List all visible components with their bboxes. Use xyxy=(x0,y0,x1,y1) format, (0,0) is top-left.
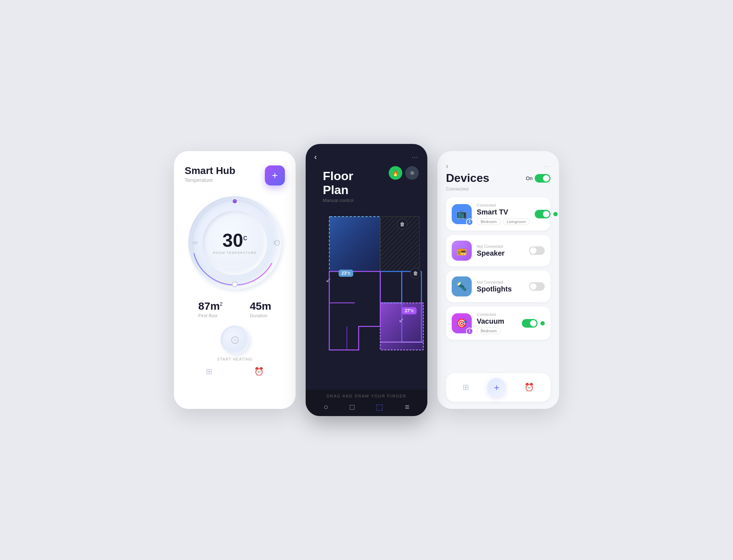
screen-smart-hub: Smart Hub Temperature + xyxy=(174,151,296,409)
floor-plan-title: Floor Plan xyxy=(323,169,380,197)
smarttv-toggle[interactable] xyxy=(535,210,550,218)
trash-button-1[interactable]: 🗑 xyxy=(397,219,408,230)
floor-plan-area[interactable]: 🗑 🗑 23°c ↙ 27°c ↙ xyxy=(306,209,427,373)
smarttv-name: Smart TV xyxy=(477,208,530,216)
device-card-vacuum[interactable]: 🎯 1 Connected Vacuum Bedroom xyxy=(446,306,550,340)
stats-row: 87m2 First floor 45m Duration xyxy=(185,300,285,318)
device-icon-speaker: 📻 xyxy=(452,241,472,261)
vacuum-connected-dot xyxy=(540,321,545,325)
nav-home-icon[interactable]: ⊞ xyxy=(206,367,212,376)
area-value: 87m2 xyxy=(198,300,223,312)
floor-plan-title-block: Floor Plan Manual control xyxy=(314,165,389,203)
device-icon-smarttv: 📺 2 xyxy=(452,204,472,224)
lines-icon[interactable]: ≡ xyxy=(405,402,409,412)
spotlights-toggle-wrap xyxy=(529,282,545,291)
expand-arrow-1: ↙ xyxy=(326,276,331,284)
snow-icon: ❄ xyxy=(410,170,414,177)
tag-bedroom: Bedroom xyxy=(477,218,501,225)
duration-value: 45m xyxy=(250,300,271,312)
on-label: On xyxy=(526,175,533,181)
device-card-speaker[interactable]: 📻 Not Connected Speaker xyxy=(446,235,550,266)
s3-nav-add-button[interactable]: + xyxy=(487,378,506,397)
screen3-header: ‹ ⋯ xyxy=(446,162,550,170)
screen3-bottom-nav: ⊞ + ⏰ xyxy=(446,373,550,402)
device-card-smarttv[interactable]: 📺 2 Connected Smart TV Bedroom Livingroo… xyxy=(446,197,550,231)
vacuum-tags: Bedroom xyxy=(477,328,517,334)
screens-container: Smart Hub Temperature + xyxy=(174,144,559,416)
temp-label-1: 23°c xyxy=(339,270,353,277)
svg-rect-11 xyxy=(380,271,402,303)
menu-dots[interactable]: ⋯ xyxy=(412,153,419,161)
menu-dots-3[interactable]: ⋯ xyxy=(543,162,550,170)
vacuum-toggle-wrap xyxy=(522,319,545,328)
devices-title-row: Devices On xyxy=(446,172,550,185)
thermostat-outer: 10° 20° 30° 30c ROOM TEMPERATURE xyxy=(188,196,281,289)
screen2-header: ‹ ⋯ xyxy=(306,144,427,162)
selection-icon[interactable]: ⬚ xyxy=(376,402,383,412)
speaker-toggle-wrap xyxy=(529,246,545,255)
temp-label: ROOM TEMPERATURE xyxy=(213,251,257,255)
duration-stat: 45m Duration xyxy=(250,300,271,318)
spotlights-status: Not Connected xyxy=(477,280,524,284)
devices-title: Devices xyxy=(446,172,489,185)
floor-plan-svg xyxy=(306,209,427,373)
speaker-icon: 📻 xyxy=(456,246,467,256)
screen-devices: ‹ ⋯ Devices On Connected 📺 2 Connecte xyxy=(437,151,559,409)
screen1-header: Smart Hub Temperature + xyxy=(185,165,285,185)
back-button[interactable]: ‹ xyxy=(314,153,317,162)
s3-nav-home[interactable]: ⊞ xyxy=(462,383,469,392)
add-button[interactable]: + xyxy=(265,165,285,185)
vacuum-icon: 🎯 xyxy=(456,318,467,328)
fire-icon: 🔥 xyxy=(392,170,399,177)
page-subtitle: Temperature xyxy=(185,177,236,183)
title-block: Smart Hub Temperature xyxy=(185,165,236,183)
speaker-toggle[interactable] xyxy=(529,246,545,255)
fingerprint-icon: ⊙ xyxy=(230,333,240,347)
s3-nav-clock[interactable]: ⏰ xyxy=(524,383,534,392)
toolbar-label: DRAG AND DRAW YOUR FINGER xyxy=(306,394,427,398)
nav-clock-icon[interactable]: ⏰ xyxy=(254,367,264,376)
back-button-3[interactable]: ‹ xyxy=(446,162,448,170)
spotlights-info: Not Connected Spotlights xyxy=(477,280,524,293)
tick-30: 30° xyxy=(273,241,279,245)
area-desc: First floor xyxy=(198,313,223,318)
thermostat-wrap: 10° 20° 30° 30c ROOM TEMPERATURE xyxy=(188,196,281,289)
smarttv-connected-dot xyxy=(553,212,558,216)
power-toggle[interactable] xyxy=(535,174,550,183)
device-icon-vacuum: 🎯 1 xyxy=(452,313,472,333)
circle-icon[interactable]: ○ xyxy=(324,402,328,412)
start-label: START HEATING xyxy=(217,357,253,361)
spotlights-toggle[interactable] xyxy=(529,282,545,291)
tick-20: 20° xyxy=(232,199,238,203)
floor-plan-subtitle: Manual control xyxy=(323,198,380,203)
vacuum-toggle[interactable] xyxy=(522,319,538,328)
duration-desc: Duration xyxy=(250,313,271,318)
tag-livingroom: Livingroom xyxy=(503,218,530,225)
thermostat-inner: 30c ROOM TEMPERATURE xyxy=(203,211,267,275)
area-stat: 87m2 First floor xyxy=(198,300,223,318)
expand-arrow-2: ↙ xyxy=(399,316,404,324)
speaker-info: Not Connected Speaker xyxy=(477,244,524,257)
fire-mode-button[interactable]: 🔥 xyxy=(389,166,402,180)
screen-floor-plan: ‹ ⋯ Floor Plan Manual control 🔥 ❄ xyxy=(306,144,427,416)
smarttv-toggle-wrap xyxy=(535,210,558,218)
tick-10: 10° xyxy=(193,241,199,245)
square-icon[interactable]: □ xyxy=(350,402,354,412)
spotlights-name: Spotlights xyxy=(477,285,524,293)
trash-button-2[interactable]: 🗑 xyxy=(410,268,421,279)
svg-point-4 xyxy=(232,282,237,287)
tv-icon: 📺 xyxy=(456,209,467,219)
spotlight-icon: 🔦 xyxy=(456,281,467,291)
vacuum-name: Vacuum xyxy=(477,317,517,325)
temperature-value: 30c xyxy=(223,231,247,250)
tag-vacuum-bedroom: Bedroom xyxy=(477,328,501,334)
vacuum-badge: 1 xyxy=(466,328,473,335)
snow-mode-button[interactable]: ❄ xyxy=(405,166,419,180)
fingerprint-button[interactable]: ⊙ xyxy=(220,325,249,354)
connected-label: Connected xyxy=(446,186,550,192)
smarttv-tags: Bedroom Livingroom xyxy=(477,218,530,225)
svg-rect-6 xyxy=(329,217,380,271)
smarttv-info: Connected Smart TV Bedroom Livingroom xyxy=(477,203,530,225)
power-toggle-row: On xyxy=(526,174,550,183)
device-card-spotlights[interactable]: 🔦 Not Connected Spotlights xyxy=(446,271,550,302)
